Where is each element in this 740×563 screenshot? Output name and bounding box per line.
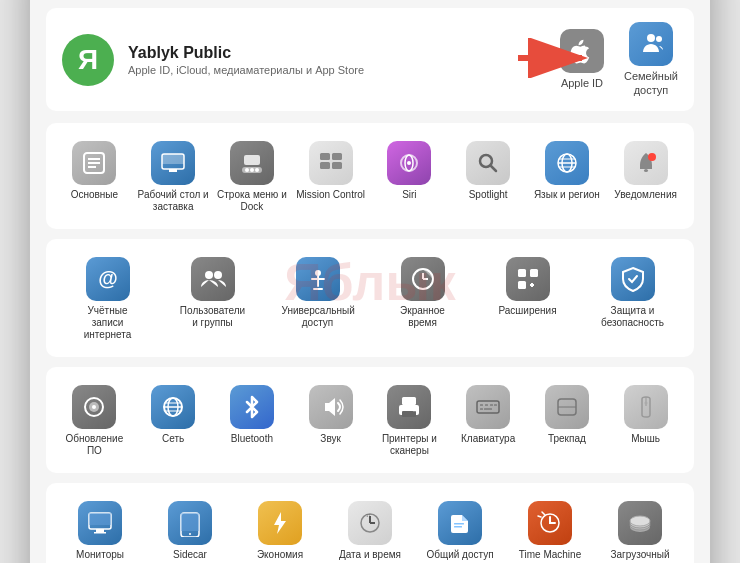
section-display: Мониторы Sidecar — [46, 483, 694, 563]
pref-dock[interactable]: Строка меню и Dock — [214, 135, 291, 217]
pref-energy[interactable]: Экономия энергии — [236, 495, 324, 563]
svg-rect-58 — [480, 408, 483, 410]
software-update-icon — [72, 385, 116, 429]
pref-keyboard[interactable]: Клавиатура — [450, 379, 527, 461]
pref-general[interactable]: Основные — [56, 135, 133, 217]
pref-bluetooth[interactable]: Bluetooth — [214, 379, 291, 461]
monitors-label: Мониторы — [76, 549, 124, 561]
notifications-label: Уведомления — [614, 189, 677, 201]
monitors-icon — [78, 501, 122, 545]
svg-rect-17 — [332, 153, 342, 160]
pref-sound[interactable]: Звук — [292, 379, 369, 461]
svg-rect-50 — [402, 397, 416, 405]
energy-label: Экономия энергии — [244, 549, 316, 563]
family-logo-icon — [637, 30, 665, 58]
security-label: Защита и безопасность — [597, 305, 669, 329]
svg-point-71 — [189, 533, 191, 535]
printers-icon — [387, 385, 431, 429]
profile-subtitle: Apple ID, iCloud, медиаматериалы и App S… — [128, 64, 560, 76]
svg-point-44 — [92, 405, 96, 409]
pref-users[interactable]: Пользователи и группы — [161, 251, 264, 345]
svg-rect-30 — [644, 169, 648, 172]
pref-extensions[interactable]: Расширения — [476, 251, 579, 345]
pref-universal[interactable]: Универсальный доступ — [266, 251, 369, 345]
family-action[interactable]: Семейныйдоступ — [624, 22, 678, 96]
svg-rect-15 — [244, 155, 260, 165]
pref-notifications[interactable]: Уведомления — [607, 135, 684, 217]
users-icon — [191, 257, 235, 301]
pref-mission[interactable]: Mission Control — [292, 135, 369, 217]
dock-icon — [230, 141, 274, 185]
timemachine-label: Time Machine — [519, 549, 581, 561]
family-label: Семейныйдоступ — [624, 70, 678, 96]
icon-grid-1: Основные Рабочий стол и заставка — [56, 135, 684, 217]
pref-network[interactable]: Сеть — [135, 379, 212, 461]
svg-rect-19 — [332, 162, 342, 169]
svg-point-64 — [644, 401, 647, 404]
pref-mouse[interactable]: Мышь — [607, 379, 684, 461]
pref-sharing[interactable]: Общий доступ — [416, 495, 504, 563]
general-icon — [72, 141, 116, 185]
pref-language[interactable]: Язык и регион — [529, 135, 606, 217]
svg-point-2 — [647, 34, 655, 42]
pref-software-update[interactable]: Обновление ПО — [56, 379, 133, 461]
svg-point-33 — [205, 271, 213, 279]
svg-rect-70 — [181, 513, 199, 531]
trackpad-icon — [545, 385, 589, 429]
profile-name: Yablyk Public — [128, 44, 560, 62]
svg-line-24 — [491, 165, 497, 171]
svg-rect-68 — [94, 532, 106, 534]
sidecar-label: Sidecar — [173, 549, 207, 561]
keyboard-icon — [466, 385, 510, 429]
sharing-icon — [438, 501, 482, 545]
profile-section: Я Yablyk Public Apple ID, iCloud, медиам… — [46, 8, 694, 110]
pref-printers[interactable]: Принтеры и сканеры — [371, 379, 448, 461]
svg-rect-54 — [477, 401, 499, 413]
pref-datetime[interactable]: 17 Дата и время — [326, 495, 414, 563]
spotlight-icon — [466, 141, 510, 185]
svg-rect-52 — [402, 411, 416, 417]
bluetooth-label: Bluetooth — [231, 433, 273, 445]
keyboard-label: Клавиатура — [461, 433, 515, 445]
pref-desktop[interactable]: Рабочий стол и заставка — [135, 135, 212, 217]
pref-monitors[interactable]: Мониторы — [56, 495, 144, 563]
sound-label: Звук — [320, 433, 341, 445]
screen-icon — [401, 257, 445, 301]
content-area: Я Yablyk Public Apple ID, iCloud, медиам… — [30, 0, 710, 563]
arrow-indicator — [514, 38, 594, 82]
pref-sidecar[interactable]: Sidecar — [146, 495, 234, 563]
svg-rect-55 — [480, 404, 483, 406]
icon-grid-2: @ Учётные записи интернета — [56, 251, 684, 345]
icon-grid-3: Обновление ПО Сеть — [56, 379, 684, 461]
network-label: Сеть — [162, 433, 184, 445]
language-label: Язык и регион — [534, 189, 600, 201]
pref-accounts[interactable]: @ Учётные записи интернета — [56, 251, 159, 345]
svg-point-3 — [656, 36, 662, 42]
screen-label: Экранное время — [387, 305, 459, 329]
svg-rect-57 — [490, 404, 493, 406]
startup-icon — [618, 501, 662, 545]
svg-point-34 — [214, 271, 222, 279]
universal-label: Универсальный доступ — [282, 305, 354, 329]
svg-rect-16 — [320, 153, 330, 160]
pref-siri[interactable]: Siri — [371, 135, 448, 217]
pref-security[interactable]: Защита и безопасность — [581, 251, 684, 345]
language-icon — [545, 141, 589, 185]
svg-rect-40 — [530, 269, 538, 277]
svg-rect-60 — [494, 404, 497, 406]
datetime-label: Дата и время — [339, 549, 401, 561]
icon-grid-4: Мониторы Sidecar — [56, 495, 684, 563]
svg-rect-66 — [89, 513, 111, 525]
software-update-label: Обновление ПО — [58, 433, 130, 457]
accounts-icon: @ — [86, 257, 130, 301]
network-icon — [151, 385, 195, 429]
svg-rect-18 — [320, 162, 330, 169]
svg-rect-56 — [485, 404, 488, 406]
users-label: Пользователи и группы — [177, 305, 249, 329]
pref-trackpad[interactable]: Трекпад — [529, 379, 606, 461]
svg-text:17: 17 — [366, 513, 371, 518]
pref-timemachine[interactable]: Time Machine — [506, 495, 594, 563]
pref-startup[interactable]: Загрузочный диск — [596, 495, 684, 563]
pref-screen[interactable]: Экранное время — [371, 251, 474, 345]
pref-spotlight[interactable]: Spotlight — [450, 135, 527, 217]
